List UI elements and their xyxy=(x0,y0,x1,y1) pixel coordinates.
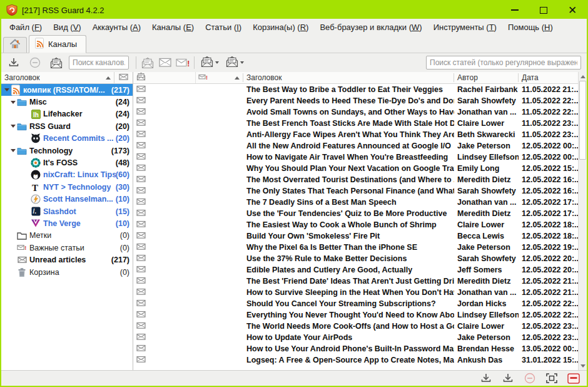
feed-tree-item[interactable]: RSS Guard (20) xyxy=(1,120,133,132)
feed-tree-item[interactable]: Метки (0) xyxy=(1,230,133,242)
feed-tree-item-selected[interactable]: компик (RSS/ATOM/... (217) xyxy=(1,84,133,96)
article-row[interactable]: Use the 37% Rule to Make Better Decision… xyxy=(133,253,578,264)
article-row[interactable]: All the New Android Features Announced a… xyxy=(133,140,578,152)
mark-unread-menu-button[interactable] xyxy=(222,55,247,70)
menu-item-h[interactable]: Помощь (H) xyxy=(502,21,559,34)
scrollbar-thumb[interactable] xyxy=(579,81,586,160)
article-row[interactable]: The Best Way to Bribe a Toddler to Eat T… xyxy=(133,84,578,95)
feed-tree-item[interactable]: nixCraft: Linux Tips (60) xyxy=(1,169,133,181)
article-row[interactable]: The 7 Deadly Sins of a Best Man Speech J… xyxy=(133,197,578,208)
expander-icon[interactable] xyxy=(10,101,16,104)
article-row[interactable]: The Best French Toast Sticks Are Made Wi… xyxy=(133,118,578,129)
article-row[interactable]: The Most Overrated Tourist Destinations … xyxy=(133,174,578,185)
menu-item-v[interactable]: Вид (V) xyxy=(48,21,86,34)
feeds-list-header[interactable]: Заголовок xyxy=(1,72,133,84)
read-column-header[interactable] xyxy=(133,72,196,83)
feed-tree-item[interactable]: Recent Commits ... (20) xyxy=(1,133,133,145)
tab-home[interactable] xyxy=(3,37,27,53)
labels-icon xyxy=(17,230,27,240)
download-feeds-button[interactable] xyxy=(5,55,23,70)
fullscreen-button[interactable] xyxy=(545,372,559,384)
mark-article-read-button[interactable] xyxy=(139,55,156,70)
scroll-down-button[interactable] xyxy=(579,361,587,370)
article-date: 13.05.2022 00:... xyxy=(519,343,578,354)
feed-tree-item[interactable]: It's FOSS (48) xyxy=(1,157,133,168)
scroll-up-button[interactable] xyxy=(579,72,587,81)
article-row[interactable]: The Only States That Teach Personal Fina… xyxy=(133,185,578,197)
articles-list-header[interactable]: ! Заголовок Автор Дата xyxy=(133,72,578,84)
article-row[interactable]: Why the Pixel 6a Is Better Than the iPho… xyxy=(133,242,578,253)
article-author: Lindsey Ellefson xyxy=(454,152,519,163)
maximize-button[interactable] xyxy=(529,1,558,19)
feed-tree-item[interactable]: /. Slashdot (15) xyxy=(1,205,133,217)
article-row[interactable]: The World Needs More Cook-Offs (and How … xyxy=(133,321,578,332)
toggle-importance-button[interactable]: ! xyxy=(174,55,191,70)
article-row[interactable]: Everything You Never Thought You'd Need … xyxy=(133,309,578,321)
article-row[interactable]: How to Survive Sleeping in the Heat When… xyxy=(133,287,578,298)
article-author: Meredith Dietz xyxy=(454,208,519,219)
feed-tree-item[interactable]: lh Lifehacker (24) xyxy=(1,108,133,120)
menu-item-e[interactable]: Каналы (E) xyxy=(146,21,200,34)
menu-item-a[interactable]: Аккаунты (A) xyxy=(87,21,146,34)
feed-tree-item[interactable]: The Verge (10) xyxy=(1,217,133,229)
menu-item-i[interactable]: Статьи (I) xyxy=(200,21,247,34)
article-row[interactable]: Every Parent Needs to Heed These Tie-Dye… xyxy=(133,95,578,106)
feed-tree-item[interactable]: Unread articles (217) xyxy=(1,254,133,266)
article-row[interactable]: Avoid Small Towns on Sundays, and Other … xyxy=(133,106,578,118)
mark-article-unread-button[interactable] xyxy=(156,55,174,70)
tab-feeds[interactable]: Каналы xyxy=(29,35,86,53)
article-row[interactable]: Why You Should Plan Your Next Vacation o… xyxy=(133,163,578,174)
article-row[interactable]: How to Update Your AirPods Jake Peterson… xyxy=(133,332,578,343)
feed-tree-item[interactable]: ! Важные статьи (0) xyxy=(1,242,133,254)
mark-read-menu-button[interactable] xyxy=(197,55,222,70)
feeds-search-input[interactable] xyxy=(69,56,129,70)
article-row[interactable]: How to Use Your Android Phone's Built-In… xyxy=(133,343,578,354)
feed-tree-item[interactable]: Misc (24) xyxy=(1,96,133,108)
date-column-header[interactable]: Дата xyxy=(519,73,578,82)
feeds-panel: Заголовок компик (RSS/ATOM/... (217) Mis… xyxy=(1,72,133,370)
article-row[interactable]: The Best 'Friend Date' Ideas That Aren't… xyxy=(133,276,578,287)
article-row[interactable]: Should You Cancel Your Streaming Subscri… xyxy=(133,298,578,309)
unread-count: (24) xyxy=(116,110,133,118)
menu-item-r[interactable]: Корзина(ы) (R) xyxy=(247,21,314,34)
feed-tree-item[interactable]: Scott Hanselman... (10) xyxy=(1,194,133,205)
unread-column-header[interactable] xyxy=(114,72,133,83)
toggle-toolbars-button[interactable] xyxy=(567,372,580,384)
articles-search-input[interactable] xyxy=(426,56,581,70)
pause-feeds-button-disabled[interactable] xyxy=(26,55,44,70)
article-row[interactable]: Anti-Allergy Face Wipes Aren't What You … xyxy=(133,129,578,140)
minimize-button[interactable] xyxy=(500,1,529,19)
pause-button-disabled[interactable] xyxy=(523,372,537,384)
close-button[interactable]: ✕ xyxy=(558,1,587,19)
feed-title: Lifehacker xyxy=(43,110,83,118)
feed-tree-item[interactable]: T NYT > Technology (30) xyxy=(1,181,133,193)
menu-item-t[interactable]: Инструменты (T) xyxy=(428,21,502,34)
article-date: 11.05.2022 23:... xyxy=(519,129,578,140)
articles-scrollbar[interactable] xyxy=(578,72,587,370)
article-row[interactable]: The Easiest Way to Cook a Whole Bunch of… xyxy=(133,219,578,230)
author-column-header[interactable]: Автор xyxy=(454,73,519,82)
menu-bar: Файл (F)Вид (V)Аккаунты (A)Каналы (E)Ста… xyxy=(1,19,587,35)
article-author: Beth Skwarecki xyxy=(454,129,519,140)
article-row[interactable]: Build Your Own 'Smokeless' Fire Pit Becc… xyxy=(133,230,578,242)
mark-feed-read-button[interactable] xyxy=(48,55,65,70)
importance-column-header[interactable]: ! xyxy=(196,73,243,82)
expander-icon[interactable] xyxy=(4,88,9,91)
download-messages-button[interactable] xyxy=(479,372,493,384)
article-row[interactable]: Edible Plates and Cutlery Are Good, Actu… xyxy=(133,264,578,276)
menu-item-f[interactable]: Файл (F) xyxy=(4,21,48,34)
mail-closed-icon xyxy=(136,164,146,173)
expander-icon[interactable] xyxy=(10,149,16,152)
article-date: 12.05.2022 16:... xyxy=(519,185,578,197)
scrollbar-track[interactable] xyxy=(579,160,587,361)
menu-item-w[interactable]: Веб-браузер и вкладки (W) xyxy=(314,21,427,34)
feed-tree-item[interactable]: Корзина (0) xyxy=(1,266,133,278)
article-row[interactable]: Logseq: A Free & Open-Source App to Crea… xyxy=(133,354,578,366)
download-files-button[interactable] xyxy=(501,372,515,384)
article-date: 12.05.2022 19:... xyxy=(519,242,578,253)
article-row[interactable]: Use the 'Four Tendencies' Quiz to Be Mor… xyxy=(133,208,578,219)
feed-tree-item[interactable]: Technology (173) xyxy=(1,145,133,157)
expander-icon[interactable] xyxy=(10,125,16,128)
title-column-header[interactable]: Заголовок xyxy=(243,73,454,82)
article-row[interactable]: How to Navigate Air Travel When You're B… xyxy=(133,152,578,163)
